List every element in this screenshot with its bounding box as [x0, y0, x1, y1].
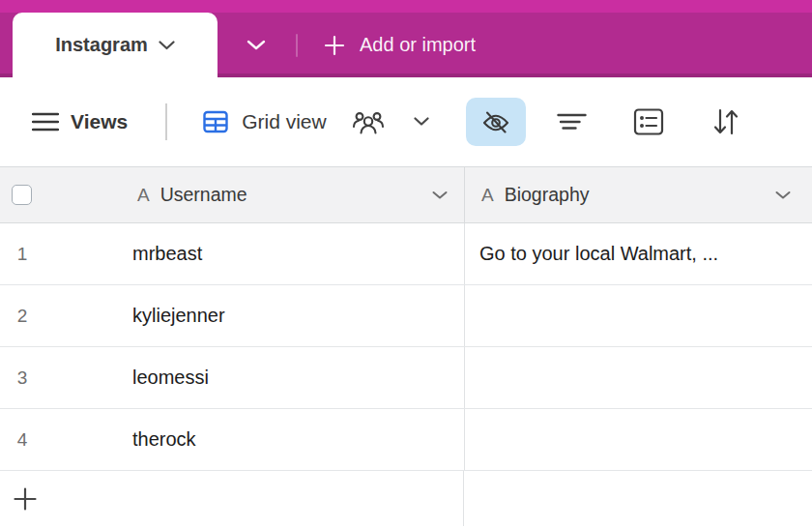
row-number-cell[interactable]: 4 — [0, 409, 121, 470]
plus-icon[interactable] — [13, 486, 38, 512]
table-tab-label: Instagram — [55, 34, 148, 56]
row-number: 1 — [13, 244, 32, 265]
add-row-cell[interactable] — [0, 471, 464, 526]
chevron-down-icon — [159, 41, 175, 50]
text-field-type-icon: A — [481, 185, 494, 206]
row-number-cell[interactable]: 1 — [0, 223, 121, 284]
table-tabs-bar: Instagram Add or import — [0, 13, 812, 77]
filter-lines-icon — [557, 113, 588, 131]
expand-tables-chevron-icon[interactable] — [246, 40, 266, 50]
row-number-cell[interactable]: 2 — [0, 285, 121, 346]
view-toolbar: Views Grid view — [0, 77, 812, 166]
plus-icon — [323, 34, 346, 57]
table-row: 2 kyliejenner — [0, 285, 812, 347]
table-row: 1 mrbeast Go to your local Walmart, ... — [0, 223, 812, 285]
table-row: 3 leomessi — [0, 347, 812, 409]
select-all-gutter — [0, 167, 121, 222]
grid-table-icon — [202, 108, 229, 135]
table-tab-instagram[interactable]: Instagram — [13, 13, 218, 77]
views-label: Views — [71, 110, 128, 133]
chevron-down-icon[interactable] — [775, 191, 791, 199]
cell-username[interactable]: leomessi — [121, 347, 464, 408]
filter-button[interactable] — [555, 113, 590, 131]
column-header-biography[interactable]: A Biography — [464, 167, 812, 222]
row-number: 4 — [13, 429, 32, 451]
people-icon — [352, 108, 385, 135]
column-header-label: Biography — [505, 184, 590, 206]
tabbar-separator — [296, 34, 298, 57]
grid-header-row: A Username A Biography — [0, 166, 812, 223]
cell-biography[interactable] — [464, 409, 812, 470]
cell-biography[interactable] — [464, 347, 812, 408]
column-header-label: Username — [160, 184, 247, 206]
group-list-icon — [633, 107, 664, 136]
row-number-cell[interactable]: 3 — [0, 347, 121, 408]
cell-username[interactable]: kyliejenner — [121, 285, 464, 346]
add-or-import-button[interactable]: Add or import — [323, 34, 476, 57]
group-button[interactable] — [631, 107, 666, 136]
column-header-username[interactable]: A Username — [121, 167, 464, 222]
eye-slash-icon — [481, 109, 510, 135]
text-field-type-icon: A — [137, 185, 150, 206]
cell-biography[interactable]: Go to your local Walmart, ... — [464, 223, 812, 284]
grid-view-label: Grid view — [242, 110, 327, 133]
views-button[interactable]: Views — [32, 110, 128, 133]
row-number: 3 — [13, 367, 32, 389]
chevron-down-icon[interactable] — [432, 191, 448, 199]
toolbar-separator — [165, 103, 167, 140]
add-row — [0, 471, 812, 526]
sort-button[interactable] — [709, 106, 743, 137]
cell-username[interactable]: mrbeast — [121, 223, 464, 284]
select-all-checkbox[interactable] — [12, 185, 32, 205]
row-number: 2 — [13, 306, 32, 327]
app-top-strip — [0, 0, 812, 13]
chevron-down-icon[interactable] — [414, 117, 429, 127]
cell-username[interactable]: therock — [121, 409, 464, 470]
table-row: 4 therock — [0, 409, 812, 471]
hamburger-menu-icon — [32, 111, 59, 132]
data-grid: A Username A Biography 1 mrbeast Go to y… — [0, 166, 812, 526]
add-row-spacer — [464, 471, 812, 526]
grid-view-button[interactable]: Grid view — [202, 108, 429, 135]
airtable-app-window: Instagram Add or import Views — [0, 0, 812, 528]
hide-fields-button[interactable] — [466, 98, 526, 146]
sort-arrows-icon — [713, 106, 739, 137]
cell-biography[interactable] — [464, 285, 812, 346]
add-or-import-label: Add or import — [360, 34, 476, 56]
